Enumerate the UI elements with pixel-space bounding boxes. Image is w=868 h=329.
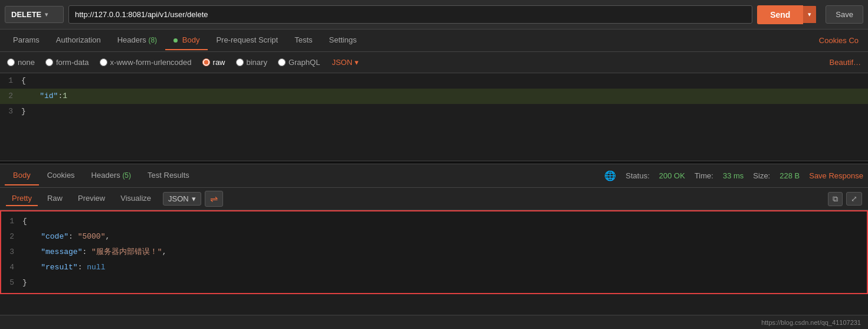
- globe-icon: 🌐: [604, 170, 616, 181]
- resp-tab-test-results[interactable]: Test Results: [139, 166, 198, 185]
- resp-line-2: 2 "code": "5000",: [1, 229, 867, 245]
- body-dot: [173, 38, 178, 43]
- tab-headers[interactable]: Headers (8): [109, 31, 165, 50]
- cookies-link[interactable]: Cookies Co: [814, 36, 863, 45]
- method-label: DELETE: [11, 10, 41, 19]
- resp-tab-cookies[interactable]: Cookies: [39, 166, 83, 185]
- request-tabs: Params Authorization Headers (8) Body Pr…: [0, 30, 868, 52]
- req-line-3: 3 }: [0, 104, 868, 119]
- response-body[interactable]: 1 { 2 "code": "5000", 3 "message": "服务器内…: [0, 210, 868, 294]
- option-none[interactable]: none: [7, 58, 35, 67]
- resp-format-actions: ⧉ ⤢: [828, 192, 862, 206]
- json-type-select[interactable]: JSON ▾: [332, 58, 359, 67]
- response-body-wrapper: 1 { 2 "code": "5000", 3 "message": "服务器内…: [0, 210, 868, 329]
- response-section: Body Cookies Headers (5) Test Results 🌐 …: [0, 164, 868, 329]
- option-urlencoded[interactable]: x-www-form-urlencoded: [100, 58, 192, 67]
- method-select[interactable]: DELETE ▾: [5, 6, 64, 23]
- resp-line-4: 4 "result": null: [1, 260, 867, 275]
- tab-pre-request[interactable]: Pre-request Script: [208, 31, 286, 50]
- url-input[interactable]: [68, 5, 752, 24]
- fmt-tab-raw[interactable]: Raw: [41, 191, 68, 206]
- headers-badge: (8): [148, 36, 157, 44]
- resp-headers-badge: (5): [122, 171, 131, 180]
- wrap-button[interactable]: ⇌: [205, 191, 223, 207]
- resp-status-area: 🌐 Status: 200 OK Time: 33 ms Size: 228 B…: [604, 170, 863, 181]
- save-button[interactable]: Save: [826, 5, 863, 24]
- tab-tests[interactable]: Tests: [286, 31, 320, 50]
- fmt-tab-visualize[interactable]: Visualize: [114, 191, 157, 206]
- tab-settings[interactable]: Settings: [321, 31, 365, 50]
- tab-authorization[interactable]: Authorization: [48, 31, 109, 50]
- request-editor[interactable]: 1 { 2 "id":1 3 }: [0, 73, 868, 161]
- status-value: 200 OK: [659, 171, 685, 180]
- resp-tab-body[interactable]: Body: [5, 166, 39, 185]
- send-button[interactable]: Send: [757, 5, 803, 24]
- send-btn-group: Send ▾: [757, 5, 816, 24]
- tab-params[interactable]: Params: [5, 31, 48, 50]
- main-content: Params Authorization Headers (8) Body Pr…: [0, 30, 868, 329]
- top-bar: DELETE ▾ Send ▾ Save: [0, 0, 868, 30]
- option-graphql[interactable]: GraphQL: [278, 58, 320, 67]
- copy-button[interactable]: ⧉: [828, 192, 843, 206]
- response-format-bar: Pretty Raw Preview Visualize JSON ▾ ⇌ ⧉ …: [0, 188, 868, 210]
- format-select[interactable]: JSON ▾: [163, 192, 201, 206]
- req-line-1: 1 {: [0, 73, 868, 89]
- resp-tab-headers[interactable]: Headers (5): [83, 166, 139, 185]
- fmt-tab-pretty[interactable]: Pretty: [6, 191, 38, 206]
- option-binary[interactable]: binary: [236, 58, 267, 67]
- beautify-btn[interactable]: Beautif…: [830, 58, 861, 67]
- save-response-button[interactable]: Save Response: [809, 171, 863, 180]
- req-line-2: 2 "id":1: [0, 89, 868, 104]
- tab-body[interactable]: Body: [165, 31, 208, 50]
- response-tabs: Body Cookies Headers (5) Test Results 🌐 …: [0, 164, 868, 188]
- method-caret: ▾: [45, 11, 48, 18]
- send-dropdown-button[interactable]: ▾: [803, 6, 816, 23]
- expand-button[interactable]: ⤢: [846, 192, 862, 206]
- bottom-bar: https://blog.csdn.net/qq_41107231: [0, 315, 868, 329]
- option-form-data[interactable]: form-data: [45, 58, 89, 67]
- size-value: 228 B: [779, 171, 800, 180]
- option-raw[interactable]: raw: [202, 58, 225, 67]
- resp-line-1: 1 {: [1, 214, 867, 229]
- resp-line-3: 3 "message": "服务器内部错误！",: [1, 245, 867, 260]
- fmt-tab-preview[interactable]: Preview: [72, 191, 111, 206]
- body-options: none form-data x-www-form-urlencoded raw…: [0, 52, 868, 73]
- bottom-link[interactable]: https://blog.csdn.net/qq_41107231: [761, 319, 861, 326]
- time-value: 33 ms: [723, 171, 743, 180]
- resp-line-5: 5 }: [1, 275, 867, 291]
